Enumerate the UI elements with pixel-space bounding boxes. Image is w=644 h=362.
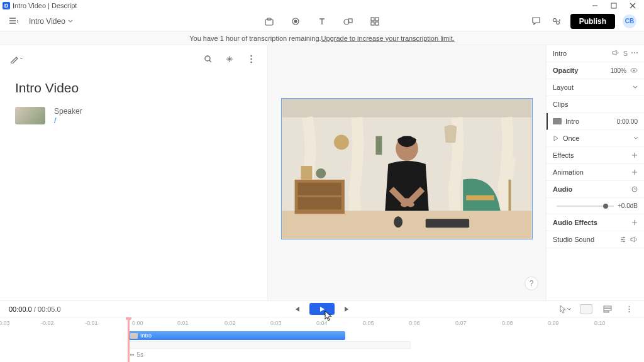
ruler-mark: 0:01	[177, 320, 189, 326]
menu-icon[interactable]	[8, 15, 20, 28]
clip-thumbnail	[15, 107, 45, 124]
svg-point-18	[250, 55, 252, 57]
playhead[interactable]	[128, 317, 130, 362]
svg-rect-37	[426, 219, 469, 228]
time-display: 00:00.0 / 00:05.0	[9, 305, 61, 313]
video-frame[interactable]	[281, 98, 533, 239]
audio-header: Audio	[547, 181, 644, 198]
audio-label: Audio	[553, 185, 628, 193]
window-title: Intro Video | Descript	[13, 2, 77, 9]
svg-rect-32	[375, 136, 382, 155]
svg-point-31	[334, 134, 349, 150]
project-name-dropdown[interactable]: Intro Video	[29, 17, 73, 26]
maximize-button[interactable]	[610, 2, 618, 9]
main-toolbar: Intro Video Publish CB	[0, 11, 644, 31]
play-button[interactable]	[309, 303, 335, 315]
effects-row[interactable]: Effects	[547, 147, 644, 164]
speaker-label[interactable]: Speaker	[54, 107, 82, 116]
timeline[interactable]: -0:03-0:02-0:010:000:010:020:030:040:050…	[0, 317, 644, 362]
studio-sound-label: Studio Sound	[553, 236, 616, 243]
user-avatar[interactable]: CB	[623, 14, 636, 28]
timeline-marker[interactable]: ••• 5s	[128, 351, 143, 358]
minimize-button[interactable]	[591, 2, 599, 9]
ruler-mark: 0:09	[548, 320, 559, 326]
publish-button[interactable]: Publish	[570, 14, 615, 29]
chevron-down-icon	[633, 85, 638, 90]
play-small-icon	[553, 135, 559, 141]
svg-point-39	[631, 52, 633, 53]
record-icon[interactable]	[289, 15, 302, 28]
more-icon[interactable]	[623, 303, 635, 315]
grid-icon[interactable]	[369, 15, 381, 28]
svg-point-7	[294, 19, 297, 23]
plus-icon[interactable]	[631, 152, 638, 158]
aspect-button[interactable]	[580, 304, 592, 314]
more-dots-icon[interactable]	[631, 50, 638, 56]
timeline-tracks[interactable]: Intro ••• 5s	[0, 330, 644, 362]
svg-rect-11	[375, 18, 379, 21]
properties-panel: Intro S Opacity 100% Layout Clips Intro …	[546, 45, 644, 300]
studio-sound-row[interactable]: Studio Sound	[547, 231, 644, 248]
timeline-view-icon[interactable]	[601, 303, 614, 315]
shapes-icon[interactable]	[342, 15, 355, 28]
ruler-mark: 0:03	[270, 320, 282, 326]
timeline-ruler[interactable]: -0:03-0:02-0:010:000:010:020:030:040:050…	[0, 317, 644, 330]
sliders-icon[interactable]	[619, 236, 626, 243]
svg-point-41	[636, 52, 638, 53]
timeline-clip[interactable]: Intro	[128, 331, 345, 340]
svg-rect-30	[509, 180, 511, 211]
pen-icon[interactable]	[10, 53, 23, 65]
video-preview	[282, 99, 532, 239]
audio-effects-row[interactable]: Audio Effects	[547, 214, 644, 231]
speaker-row[interactable]: Speaker /	[15, 107, 257, 125]
plus-icon[interactable]	[631, 219, 638, 226]
prev-button[interactable]	[291, 303, 303, 315]
opacity-value: 100%	[610, 67, 626, 74]
svg-rect-34	[402, 136, 412, 141]
opacity-row[interactable]: Opacity 100%	[547, 62, 644, 79]
share-icon[interactable]	[550, 15, 563, 28]
ruler-mark: 0:07	[455, 320, 467, 326]
text-icon[interactable]	[316, 15, 328, 28]
script-title[interactable]: Intro Video	[15, 80, 257, 96]
scene-name-row[interactable]: Intro S	[547, 45, 644, 62]
pointer-tool-icon[interactable]	[558, 303, 571, 315]
help-button[interactable]: ?	[525, 277, 538, 290]
s-label[interactable]: S	[623, 50, 628, 57]
total-time: 00:05.0	[38, 305, 61, 313]
animation-row[interactable]: Animation	[547, 164, 644, 181]
plus-icon[interactable]	[631, 169, 638, 175]
more-icon[interactable]	[245, 53, 257, 65]
close-button[interactable]	[629, 2, 636, 9]
ruler-mark: -0:02	[41, 320, 54, 326]
layout-row[interactable]: Layout	[547, 79, 644, 96]
upgrade-link[interactable]: Upgrade to increase your transcription l…	[321, 35, 455, 42]
next-button[interactable]	[341, 303, 353, 315]
svg-rect-13	[375, 22, 379, 25]
speaker-icon[interactable]	[630, 236, 638, 243]
ruler-mark: 0:10	[594, 320, 606, 326]
sparkle-icon[interactable]	[223, 53, 236, 65]
audio-db: +0.0dB	[618, 202, 638, 209]
scene-name: Intro	[553, 50, 608, 57]
notification-bar: You have 1 hour of transcription remaini…	[0, 31, 644, 45]
loop-row[interactable]: Once	[547, 130, 644, 147]
clock-icon[interactable]	[631, 186, 638, 192]
canvas-panel: ?	[268, 45, 546, 300]
timeline-clip-thumb	[130, 333, 138, 339]
search-icon[interactable]	[202, 53, 214, 65]
audio-slider-row[interactable]: +0.0dB	[547, 198, 644, 214]
comment-icon[interactable]	[530, 15, 543, 28]
app-icon: D	[3, 2, 10, 9]
clip-time: 0:00.00	[617, 118, 638, 125]
svg-point-52	[628, 308, 630, 309]
speaker-icon[interactable]	[612, 50, 619, 56]
main-area: Intro Video Speaker /	[0, 45, 644, 300]
clip-row[interactable]: Intro 0:00.00	[547, 113, 644, 130]
ruler-mark: 0:05	[363, 320, 374, 326]
eye-icon[interactable]	[630, 67, 638, 74]
volume-slider[interactable]	[557, 206, 614, 207]
titlebar: D Intro Video | Descript	[0, 0, 644, 11]
effects-label: Effects	[553, 151, 628, 159]
camera-icon[interactable]	[263, 15, 275, 28]
